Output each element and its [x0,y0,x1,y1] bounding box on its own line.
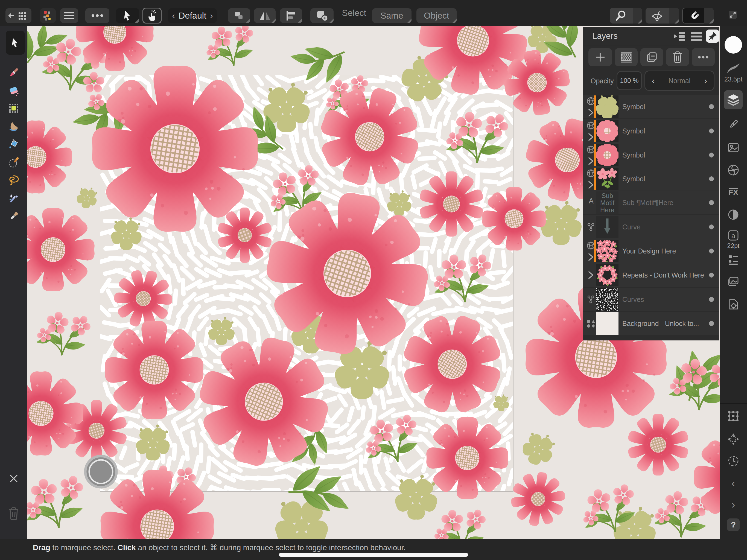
svg-text:a: a [731,232,736,240]
svg-text:FX: FX [728,188,738,197]
svg-text:Motif: Motif [600,199,614,206]
svg-text:Here: Here [600,206,614,213]
svg-text:Sub: Sub [601,192,613,199]
